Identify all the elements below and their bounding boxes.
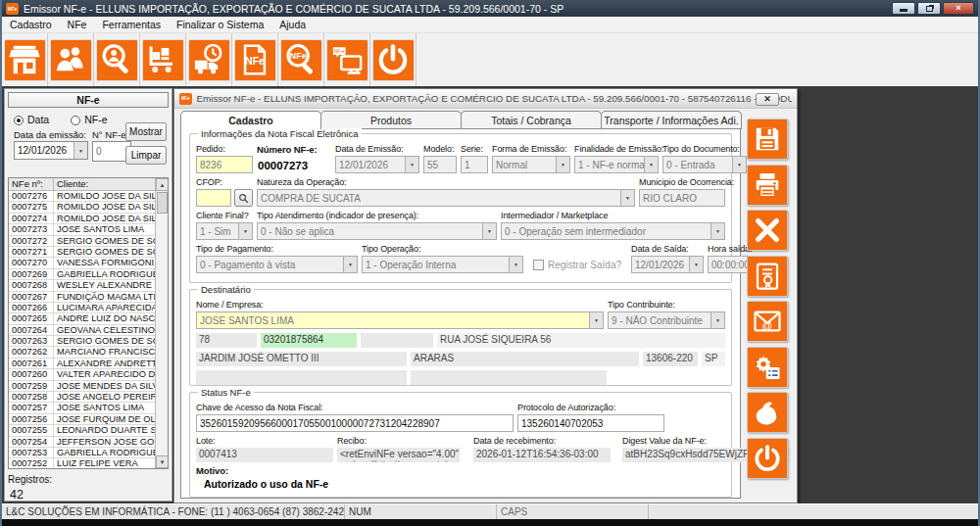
data-saida-select[interactable]: 12/01/2026▼ xyxy=(631,256,704,273)
scroll-up-icon[interactable]: ▲ xyxy=(156,178,169,191)
tipo-pagamento-select[interactable]: 0 - Pagamento à vista▼ xyxy=(196,256,358,273)
chevron-down-icon[interactable]: ▼ xyxy=(556,157,569,172)
cfop-input[interactable] xyxy=(196,189,231,207)
list-item[interactable]: 0007266LUCIMARA APARECIDA G xyxy=(9,303,155,313)
list-item[interactable]: 0007256JOSE FURQUIM DE OLIVI xyxy=(9,414,155,425)
serie-input[interactable] xyxy=(461,156,488,173)
list-item[interactable]: 0007252LUIZ FELIPE VERA xyxy=(9,458,155,469)
store-button[interactable] xyxy=(4,39,46,81)
menu-item-finalizar-o-sistema[interactable]: Finalizar o Sistema xyxy=(169,19,271,30)
list-item[interactable]: 0007257JOSE SANTOS LIMA xyxy=(9,403,155,413)
list-item[interactable]: 0007259JOSE MENDES DA SILVA xyxy=(9,381,155,392)
list-item[interactable]: 0007260VALTER APARECIDO DA xyxy=(9,369,155,380)
cliente-final-select[interactable]: 1 - Sim▼ xyxy=(196,222,253,240)
power-button[interactable] xyxy=(747,438,788,479)
child-close-button[interactable]: ✕ xyxy=(756,93,779,106)
print-button[interactable] xyxy=(747,165,788,206)
chevron-down-icon[interactable]: ▼ xyxy=(509,257,522,272)
list-item[interactable]: 0007258JOSE ANGELO PEREIRA xyxy=(9,392,155,403)
scroll-down-icon[interactable]: ▼ xyxy=(156,455,169,468)
tipo-operacao-select[interactable]: 1 - Operação Interna▼ xyxy=(362,256,523,273)
menu-item-cadastro[interactable]: Cadastro xyxy=(2,19,60,30)
chevron-down-icon[interactable]: ▼ xyxy=(405,157,418,172)
menu-item-nfe[interactable]: NFe xyxy=(60,19,95,30)
list-scrollbar[interactable]: ▲ ▼ xyxy=(155,178,168,468)
minimize-button[interactable] xyxy=(892,2,915,15)
delivery-truck-button[interactable] xyxy=(188,39,230,81)
chevron-down-icon[interactable]: ▼ xyxy=(710,223,724,239)
list-item[interactable]: 0007275ROMILDO JOSE DA SILVA xyxy=(9,202,155,213)
finalidade-emissao-select[interactable]: 1 - NF-e normal▼ xyxy=(574,156,659,173)
mostrar-button[interactable]: Mostrar xyxy=(125,122,167,141)
list-item[interactable]: 0007271SERGIO GOMES DE SOU xyxy=(9,247,155,258)
list-item[interactable]: 0007270VANESSA FORMIGONI xyxy=(9,258,155,268)
list-item[interactable]: 0007255LEONARDO DUARTE SIL xyxy=(9,425,155,436)
radio-nfe[interactable]: NF-e xyxy=(71,114,107,125)
chevron-down-icon[interactable]: ▼ xyxy=(644,157,658,172)
list-item[interactable]: 0007276ROMILDO JOSE DA SILVA xyxy=(9,191,155,202)
list-item[interactable]: 0007273JOSE SANTOS LIMA xyxy=(9,224,155,235)
menu-item-ajuda[interactable]: Ajuda xyxy=(271,19,314,30)
tipo-documento-select[interactable]: 0 - Entrada▼ xyxy=(662,156,747,173)
intermediador-select[interactable]: 0 - Operação sem intermediador▼ xyxy=(501,222,725,240)
cancel-x-button[interactable] xyxy=(747,210,788,251)
chevron-down-icon[interactable]: ▼ xyxy=(732,157,746,172)
limpar-button[interactable]: Limpar xyxy=(125,146,167,165)
clients-button[interactable] xyxy=(50,39,92,81)
chevron-down-icon[interactable]: ▼ xyxy=(74,142,87,159)
forma-emissao-select[interactable]: Normal▼ xyxy=(492,156,570,173)
cfop-search-button[interactable] xyxy=(234,189,253,207)
certificate-button[interactable] xyxy=(747,256,788,297)
protocolo-input[interactable] xyxy=(517,414,664,432)
chevron-down-icon[interactable]: ▼ xyxy=(482,223,496,239)
list-item[interactable]: 0007253GABRIELLA RODRIGUES xyxy=(9,448,155,458)
list-item[interactable]: 0007254JEFFERSON JOSE GONC xyxy=(9,437,155,448)
nome-empresa-select[interactable]: JOSE SANTOS LIMA▼ xyxy=(196,311,604,329)
settings-button[interactable] xyxy=(747,347,788,388)
chevron-down-icon[interactable]: ▼ xyxy=(710,312,724,328)
chevron-down-icon[interactable]: ▼ xyxy=(238,223,252,239)
bird-button[interactable] xyxy=(747,392,788,433)
list-item[interactable]: 0007263SERGIO GOMES DE SOU xyxy=(9,336,155,347)
pedido-input[interactable] xyxy=(196,156,253,173)
list-item[interactable]: 0007269GABRIELLA RODRIGUES xyxy=(9,269,155,280)
tab-totais-cobranca[interactable]: Totais / Cobrança xyxy=(461,111,602,129)
tipo-atendimento-select[interactable]: 0 - Não se aplica▼ xyxy=(257,222,497,240)
chave-acesso-input[interactable] xyxy=(196,414,514,432)
list-item[interactable]: 0007261ALEXANDRE ANDRETTA xyxy=(9,359,155,369)
search-client-button[interactable] xyxy=(96,39,138,81)
tab-transporte-informacoes-adi[interactable]: Transporte / Informações Adi. xyxy=(601,111,742,129)
products-button[interactable] xyxy=(142,39,184,81)
list-item[interactable]: 0007265ANDRE LUIZ DO NASCIM xyxy=(9,313,155,324)
registrar-saida-checkbox[interactable] xyxy=(533,260,544,270)
list-item[interactable]: 0007264GEOVANA CELESTINO D xyxy=(9,325,155,336)
list-item[interactable]: 0007267FUNDIÇÃO MAGMA LTDA xyxy=(9,292,155,303)
email-button[interactable]: @ xyxy=(747,301,788,342)
municipio-input[interactable] xyxy=(639,189,725,207)
nfe-list[interactable]: NFe nº: Cliente: 0007276ROMILDO JOSE DA … xyxy=(8,177,169,469)
data-emissao-select[interactable]: 12/01/2026▼ xyxy=(335,156,419,173)
tipo-contribuinte-select[interactable]: 9 - NÃO Contribuinte▼ xyxy=(608,311,725,329)
menu-item-ferramentas[interactable]: Ferramentas xyxy=(94,19,169,30)
save-button[interactable] xyxy=(747,119,788,160)
nfe-online-button[interactable]: NF-e xyxy=(326,39,368,81)
search-nfe-button[interactable]: NFe xyxy=(280,39,322,81)
exit-button[interactable] xyxy=(372,39,415,81)
chevron-down-icon[interactable]: ▼ xyxy=(343,257,357,272)
chevron-down-icon[interactable]: ▼ xyxy=(620,190,634,206)
list-item[interactable]: 0007274ROMILDO JOSE DA SILVA xyxy=(9,214,155,224)
list-item[interactable]: 0007272SERGIO GOMES DE SOU xyxy=(9,236,155,247)
restore-button[interactable] xyxy=(917,2,941,15)
tab-cadastro[interactable]: Cadastro xyxy=(180,111,321,129)
close-button[interactable]: × xyxy=(943,2,974,15)
natureza-operacao-select[interactable]: COMPRA DE SUCATA▼ xyxy=(257,189,635,207)
list-item[interactable]: 0007262MARCIANO FRANCISCO xyxy=(9,347,155,358)
list-item[interactable]: 0007268WESLEY ALEXANDRE RA xyxy=(9,280,155,291)
modelo-input[interactable] xyxy=(423,156,457,173)
emission-date-select[interactable]: 12/01/2026 ▼ xyxy=(14,141,88,160)
tab-produtos[interactable]: Produtos xyxy=(320,111,462,129)
nfe-document-button[interactable]: NFe xyxy=(234,39,276,81)
chevron-down-icon[interactable]: ▼ xyxy=(689,257,703,272)
radio-data[interactable]: Data xyxy=(14,114,49,125)
chevron-down-icon[interactable]: ▼ xyxy=(589,312,603,328)
